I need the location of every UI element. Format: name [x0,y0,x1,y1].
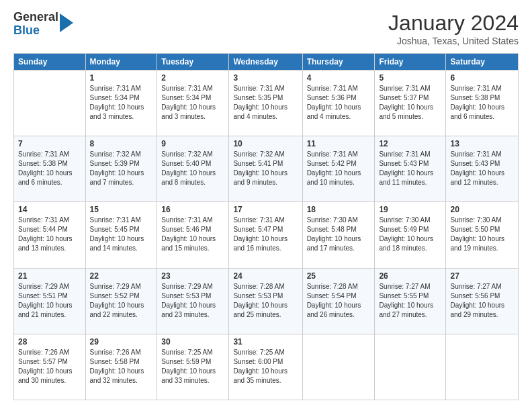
calendar-cell: 20Sunrise: 7:30 AMSunset: 5:50 PMDayligh… [446,202,519,268]
calendar-cell: 31Sunrise: 7:25 AMSunset: 6:00 PMDayligh… [229,334,302,400]
day-info: Sunrise: 7:27 AMSunset: 5:55 PMDaylight:… [379,282,441,320]
calendar-row-1: 7Sunrise: 7:31 AMSunset: 5:38 PMDaylight… [14,136,519,202]
day-number: 11 [307,139,371,148]
day-info: Sunrise: 7:31 AMSunset: 5:47 PMDaylight:… [233,216,298,253]
day-number: 15 [90,205,153,214]
day-info: Sunrise: 7:25 AMSunset: 5:59 PMDaylight:… [161,348,224,385]
svg-marker-0 [60,13,73,32]
logo: General Blue [13,11,73,38]
day-info: Sunrise: 7:26 AMSunset: 5:58 PMDaylight:… [90,348,153,385]
calendar-cell: 2Sunrise: 7:31 AMSunset: 5:34 PMDaylight… [157,71,229,136]
day-number: 20 [450,205,514,214]
day-number: 12 [379,139,441,148]
calendar-cell: 25Sunrise: 7:28 AMSunset: 5:54 PMDayligh… [302,268,375,334]
day-info: Sunrise: 7:29 AMSunset: 5:52 PMDaylight:… [90,282,153,320]
day-info: Sunrise: 7:31 AMSunset: 5:35 PMDaylight:… [233,84,298,122]
day-number: 22 [90,271,153,281]
day-info: Sunrise: 7:28 AMSunset: 5:54 PMDaylight:… [307,282,371,320]
page: General Blue January 2024 Joshua, Texas,… [0,0,532,411]
calendar-cell: 22Sunrise: 7:29 AMSunset: 5:52 PMDayligh… [85,268,157,334]
location: Joshua, Texas, United States [388,36,519,46]
calendar-cell: 26Sunrise: 7:27 AMSunset: 5:55 PMDayligh… [375,268,446,334]
day-info: Sunrise: 7:31 AMSunset: 5:44 PMDaylight:… [18,216,81,253]
day-number: 7 [18,139,81,148]
day-info: Sunrise: 7:29 AMSunset: 5:51 PMDaylight:… [18,282,81,320]
month-title: January 2024 [388,11,519,36]
day-info: Sunrise: 7:31 AMSunset: 5:43 PMDaylight:… [450,150,514,187]
day-info: Sunrise: 7:32 AMSunset: 5:40 PMDaylight:… [161,150,224,187]
calendar-cell: 8Sunrise: 7:32 AMSunset: 5:39 PMDaylight… [85,136,157,202]
day-number: 18 [307,205,371,214]
logo-blue: Blue [13,24,58,38]
calendar-cell: 17Sunrise: 7:31 AMSunset: 5:47 PMDayligh… [229,202,302,268]
col-monday: Monday [85,54,157,71]
calendar-cell: 16Sunrise: 7:31 AMSunset: 5:46 PMDayligh… [157,202,229,268]
calendar-cell: 19Sunrise: 7:30 AMSunset: 5:49 PMDayligh… [375,202,446,268]
day-number: 21 [18,271,81,281]
col-wednesday: Wednesday [229,54,302,71]
day-number: 4 [307,73,371,83]
day-info: Sunrise: 7:31 AMSunset: 5:46 PMDaylight:… [161,216,224,253]
day-info: Sunrise: 7:31 AMSunset: 5:45 PMDaylight:… [90,216,153,253]
header: General Blue January 2024 Joshua, Texas,… [13,11,519,46]
day-info: Sunrise: 7:26 AMSunset: 5:57 PMDaylight:… [18,348,81,385]
calendar-row-2: 14Sunrise: 7:31 AMSunset: 5:44 PMDayligh… [14,202,519,268]
calendar-cell: 1Sunrise: 7:31 AMSunset: 5:34 PMDaylight… [85,71,157,136]
title-block: January 2024 Joshua, Texas, United State… [388,11,519,46]
calendar-cell: 10Sunrise: 7:32 AMSunset: 5:41 PMDayligh… [229,136,302,202]
day-number: 14 [18,205,81,214]
day-info: Sunrise: 7:29 AMSunset: 5:53 PMDaylight:… [161,282,224,320]
logo-text: General Blue [13,11,58,38]
day-number: 29 [90,337,153,347]
calendar-cell: 4Sunrise: 7:31 AMSunset: 5:36 PMDaylight… [302,71,375,136]
logo-general: General [13,11,58,24]
day-number: 10 [233,139,298,148]
day-number: 24 [233,271,298,281]
calendar-cell: 18Sunrise: 7:30 AMSunset: 5:48 PMDayligh… [302,202,375,268]
day-info: Sunrise: 7:31 AMSunset: 5:37 PMDaylight:… [379,84,441,122]
day-number: 23 [161,271,224,281]
col-thursday: Thursday [302,54,375,71]
calendar-cell: 3Sunrise: 7:31 AMSunset: 5:35 PMDaylight… [229,71,302,136]
day-number: 25 [307,271,371,281]
calendar-row-0: 1Sunrise: 7:31 AMSunset: 5:34 PMDaylight… [14,71,519,136]
day-info: Sunrise: 7:27 AMSunset: 5:56 PMDaylight:… [450,282,514,320]
col-friday: Friday [375,54,446,71]
calendar-header: Sunday Monday Tuesday Wednesday Thursday… [14,54,519,71]
day-number: 27 [450,271,514,281]
calendar-table: Sunday Monday Tuesday Wednesday Thursday… [13,53,519,400]
col-sunday: Sunday [14,54,86,71]
day-number: 8 [90,139,153,148]
day-number: 19 [379,205,441,214]
day-info: Sunrise: 7:31 AMSunset: 5:38 PMDaylight:… [450,84,514,122]
day-number: 9 [161,139,224,148]
day-number: 28 [18,337,81,347]
calendar-cell [14,71,86,136]
calendar-cell: 21Sunrise: 7:29 AMSunset: 5:51 PMDayligh… [14,268,86,334]
calendar-cell: 14Sunrise: 7:31 AMSunset: 5:44 PMDayligh… [14,202,86,268]
calendar-cell: 30Sunrise: 7:25 AMSunset: 5:59 PMDayligh… [157,334,229,400]
calendar-cell: 27Sunrise: 7:27 AMSunset: 5:56 PMDayligh… [446,268,519,334]
day-info: Sunrise: 7:30 AMSunset: 5:50 PMDaylight:… [450,216,514,253]
calendar-cell: 13Sunrise: 7:31 AMSunset: 5:43 PMDayligh… [446,136,519,202]
day-info: Sunrise: 7:32 AMSunset: 5:39 PMDaylight:… [90,150,153,187]
calendar-cell: 7Sunrise: 7:31 AMSunset: 5:38 PMDaylight… [14,136,86,202]
day-info: Sunrise: 7:31 AMSunset: 5:34 PMDaylight:… [90,84,153,122]
day-info: Sunrise: 7:30 AMSunset: 5:49 PMDaylight:… [379,216,441,253]
day-number: 2 [161,73,224,83]
day-info: Sunrise: 7:30 AMSunset: 5:48 PMDaylight:… [307,216,371,253]
day-number: 31 [233,337,298,347]
calendar-cell: 28Sunrise: 7:26 AMSunset: 5:57 PMDayligh… [14,334,86,400]
calendar-cell: 29Sunrise: 7:26 AMSunset: 5:58 PMDayligh… [85,334,157,400]
calendar-cell: 9Sunrise: 7:32 AMSunset: 5:40 PMDaylight… [157,136,229,202]
calendar-cell [375,334,446,400]
calendar-cell: 11Sunrise: 7:31 AMSunset: 5:42 PMDayligh… [302,136,375,202]
day-info: Sunrise: 7:31 AMSunset: 5:34 PMDaylight:… [161,84,224,122]
day-number: 5 [379,73,441,83]
calendar-body: 1Sunrise: 7:31 AMSunset: 5:34 PMDaylight… [14,71,519,400]
calendar-row-4: 28Sunrise: 7:26 AMSunset: 5:57 PMDayligh… [14,334,519,400]
day-info: Sunrise: 7:31 AMSunset: 5:38 PMDaylight:… [18,150,81,187]
calendar-cell: 6Sunrise: 7:31 AMSunset: 5:38 PMDaylight… [446,71,519,136]
calendar-row-3: 21Sunrise: 7:29 AMSunset: 5:51 PMDayligh… [14,268,519,334]
day-number: 16 [161,205,224,214]
